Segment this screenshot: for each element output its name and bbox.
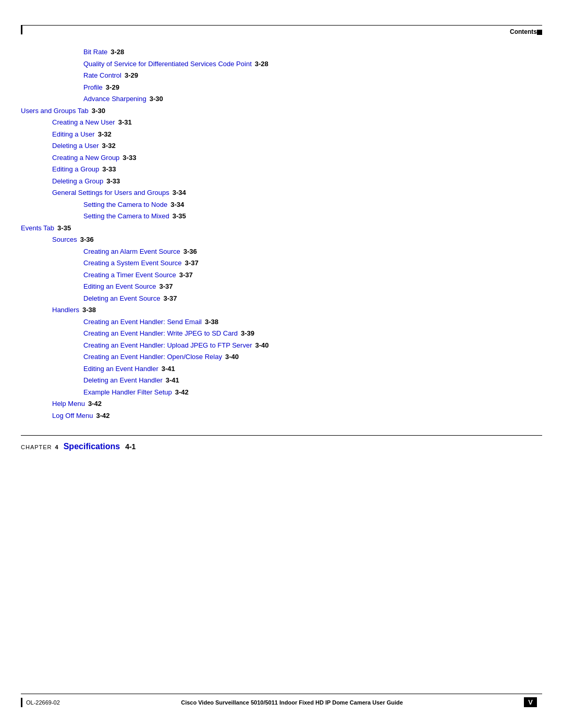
toc-page-num: 3-28 bbox=[255, 59, 268, 69]
toc-link[interactable]: Setting the Camera to Mixed bbox=[83, 211, 169, 221]
toc-page-num: 3-29 bbox=[106, 82, 119, 93]
chapter-page: 4-1 bbox=[125, 442, 136, 451]
toc-page-num: 3-30 bbox=[92, 106, 105, 116]
toc-link[interactable]: Sources bbox=[52, 235, 77, 245]
footer-content: OL-22669-02 Cisco Video Surveillance 501… bbox=[0, 694, 563, 707]
toc-page-num: 3-37 bbox=[185, 258, 199, 268]
top-border bbox=[21, 25, 542, 26]
page-number: V bbox=[524, 697, 537, 707]
toc-page-num: 3-33 bbox=[106, 176, 120, 187]
toc-link[interactable]: Events Tab bbox=[21, 223, 54, 233]
toc-page-num: 3-37 bbox=[179, 270, 193, 280]
toc-link[interactable]: Editing a User bbox=[52, 129, 95, 140]
list-item: Bit Rate3-28 bbox=[21, 47, 542, 57]
toc-link[interactable]: Profile bbox=[83, 82, 103, 93]
list-item: General Settings for Users and Groups3-3… bbox=[21, 188, 542, 198]
chapter-title: Specifications bbox=[64, 442, 120, 451]
toc-page-num: 3-42 bbox=[175, 387, 189, 398]
toc-link[interactable]: Rate Control bbox=[83, 70, 121, 81]
list-item: Example Handler Filter Setup3-42 bbox=[21, 387, 542, 398]
toc-link[interactable]: Deleting a Group bbox=[52, 176, 103, 187]
chapter-row: CHAPTER 4 Specifications 4-1 bbox=[21, 442, 542, 451]
toc-page-num: 3-41 bbox=[166, 375, 179, 386]
toc-page-num: 3-31 bbox=[118, 117, 132, 128]
toc-link[interactable]: Creating a System Event Source bbox=[83, 258, 182, 268]
toc-page-num: 3-35 bbox=[57, 223, 71, 233]
toc-link[interactable]: Handlers bbox=[52, 305, 79, 315]
doc-number: OL-22669-02 bbox=[26, 699, 60, 706]
toc-page-num: 3-28 bbox=[111, 47, 124, 57]
chapter-label: CHAPTER bbox=[21, 444, 52, 450]
toc-page-num: 3-36 bbox=[80, 235, 94, 245]
toc-page-num: 3-39 bbox=[241, 328, 254, 339]
toc-link[interactable]: Quality of Service for Differentiated Se… bbox=[83, 59, 252, 69]
list-item: Editing a Group3-33 bbox=[21, 164, 542, 175]
toc-page-num: 3-41 bbox=[162, 364, 175, 374]
toc-page-num: 3-40 bbox=[255, 340, 268, 351]
toc-link[interactable]: Example Handler Filter Setup bbox=[83, 387, 172, 398]
toc-page-num: 3-32 bbox=[102, 141, 116, 151]
footer: OL-22669-02 Cisco Video Surveillance 501… bbox=[0, 694, 563, 707]
toc-link[interactable]: Bit Rate bbox=[83, 47, 107, 57]
toc-link[interactable]: Deleting a User bbox=[52, 141, 99, 151]
list-item: Setting the Camera to Mixed3-35 bbox=[21, 211, 542, 221]
contents-square bbox=[537, 30, 542, 35]
toc-link[interactable]: Creating an Event Handler: Open/Close Re… bbox=[83, 352, 222, 362]
list-item: Log Off Menu3-42 bbox=[21, 411, 542, 421]
list-item: Editing a User3-32 bbox=[21, 129, 542, 140]
toc-link[interactable]: Help Menu bbox=[52, 399, 85, 409]
toc-link[interactable]: Creating a Timer Event Source bbox=[83, 270, 176, 280]
chapter-divider bbox=[21, 435, 542, 436]
list-item: Editing an Event Handler3-41 bbox=[21, 364, 542, 374]
list-item: Creating a New Group3-33 bbox=[21, 153, 542, 163]
list-item: Help Menu3-42 bbox=[21, 399, 542, 409]
toc-link[interactable]: Creating a New User bbox=[52, 117, 115, 128]
toc-link[interactable]: Creating a New Group bbox=[52, 153, 119, 163]
toc-link[interactable]: Setting the Camera to Node bbox=[83, 200, 167, 210]
list-item: Creating an Event Handler: Upload JPEG t… bbox=[21, 340, 542, 351]
toc-link[interactable]: Creating an Event Handler: Send Email bbox=[83, 317, 202, 327]
list-item: Setting the Camera to Node3-34 bbox=[21, 200, 542, 210]
list-item: Handlers3-38 bbox=[21, 305, 542, 315]
toc-page-num: 3-37 bbox=[159, 281, 173, 292]
toc-page-num: 3-34 bbox=[173, 188, 186, 198]
list-item: Quality of Service for Differentiated Se… bbox=[21, 59, 542, 69]
list-item: Creating an Event Handler: Open/Close Re… bbox=[21, 352, 542, 362]
toc-link[interactable]: Deleting an Event Handler bbox=[83, 375, 163, 386]
toc-link[interactable]: Log Off Menu bbox=[52, 411, 93, 421]
list-item: Creating a Timer Event Source3-37 bbox=[21, 270, 542, 280]
list-item: Events Tab3-35 bbox=[21, 223, 542, 233]
toc-link[interactable]: Deleting an Event Source bbox=[83, 293, 160, 304]
toc-page-num: 3-29 bbox=[125, 70, 138, 81]
toc-link[interactable]: Editing an Event Handler bbox=[83, 364, 158, 374]
contents-label: Contents bbox=[510, 28, 537, 35]
toc-link[interactable]: Advance Sharpening bbox=[83, 94, 146, 104]
list-item: Deleting a User3-32 bbox=[21, 141, 542, 151]
list-item: Users and Groups Tab3-30 bbox=[21, 106, 542, 116]
list-item: Creating an Event Handler: Write JPEG to… bbox=[21, 328, 542, 339]
list-item: Deleting an Event Handler3-41 bbox=[21, 375, 542, 386]
toc-page-num: 3-40 bbox=[225, 352, 239, 362]
list-item: Sources3-36 bbox=[21, 235, 542, 245]
chapter-number: 4 bbox=[55, 444, 58, 450]
toc-page-num: 3-35 bbox=[173, 211, 186, 221]
toc-page-num: 3-32 bbox=[98, 129, 112, 140]
toc-page-num: 3-36 bbox=[183, 246, 197, 257]
toc-link[interactable]: Creating an Alarm Event Source bbox=[83, 246, 180, 257]
toc-link[interactable]: Creating an Event Handler: Upload JPEG t… bbox=[83, 340, 252, 351]
list-item: Creating a System Event Source3-37 bbox=[21, 258, 542, 268]
list-item: Creating an Event Handler: Send Email3-3… bbox=[21, 317, 542, 327]
toc-link[interactable]: General Settings for Users and Groups bbox=[52, 188, 169, 198]
toc-link[interactable]: Creating an Event Handler: Write JPEG to… bbox=[83, 328, 238, 339]
list-item: Deleting an Event Source3-37 bbox=[21, 293, 542, 304]
list-item: Profile3-29 bbox=[21, 82, 542, 93]
toc-page-num: 3-37 bbox=[163, 293, 177, 304]
toc-link[interactable]: Editing a Group bbox=[52, 164, 99, 175]
toc-container: Bit Rate3-28Quality of Service for Diffe… bbox=[21, 47, 542, 421]
toc-link[interactable]: Editing an Event Source bbox=[83, 281, 156, 292]
toc-link[interactable]: Users and Groups Tab bbox=[21, 106, 89, 116]
left-bar-top bbox=[21, 25, 22, 34]
list-item: Advance Sharpening3-30 bbox=[21, 94, 542, 104]
list-item: Rate Control3-29 bbox=[21, 70, 542, 81]
list-item: Creating an Alarm Event Source3-36 bbox=[21, 246, 542, 257]
